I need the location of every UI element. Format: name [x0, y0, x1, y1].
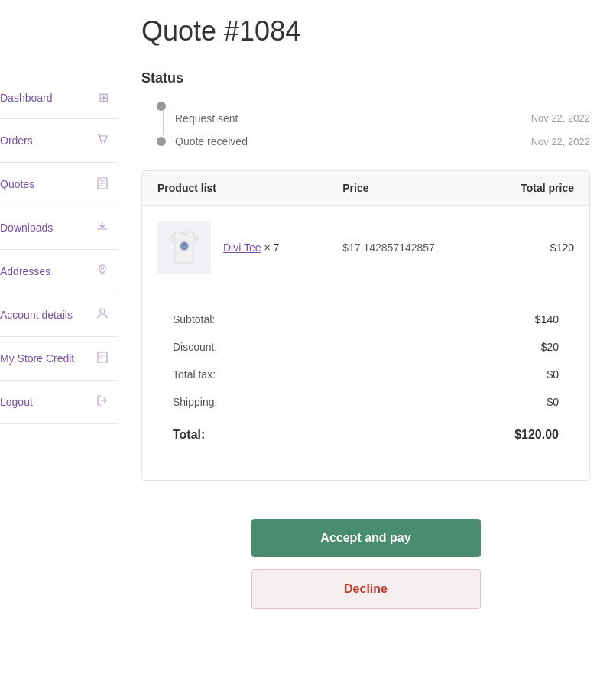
addresses-icon	[96, 264, 109, 279]
product-name-wrapper: Divi Tee × 7	[223, 241, 279, 254]
sidebar-item-label-store-credit: My Store Credit	[0, 352, 74, 365]
table-body: Divi Tee × 7 $17.142857142857 $120 Subto…	[142, 206, 589, 480]
sidebar: Dashboard ⊞ Orders Quotes Downloads Addr…	[0, 0, 118, 700]
sidebar-item-label-account: Account details	[0, 309, 73, 321]
store-credit-icon	[96, 351, 109, 366]
logout-icon	[96, 394, 109, 410]
svg-point-12	[181, 243, 187, 249]
status-heading: Status	[141, 70, 590, 86]
table-row: Divi Tee × 7 $17.142857142857 $120	[157, 221, 574, 290]
quotes-icon	[96, 177, 109, 192]
account-icon	[96, 307, 109, 322]
action-buttons: Accept and pay Decline	[141, 504, 590, 624]
subtotal-label: Subtotal:	[173, 313, 215, 326]
timeline-label-received: Quote received	[175, 135, 248, 147]
totals-tax-row: Total tax: $0	[173, 361, 559, 388]
sidebar-item-store-credit[interactable]: My Store Credit	[0, 337, 118, 381]
accept-and-pay-button[interactable]: Accept and pay	[251, 519, 481, 557]
sidebar-item-label-downloads: Downloads	[0, 222, 53, 234]
timeline-item-request: Request sent Nov 22, 2022	[157, 102, 590, 135]
svg-point-0	[101, 141, 102, 143]
sidebar-item-addresses[interactable]: Addresses	[0, 250, 118, 293]
svg-point-1	[104, 141, 105, 143]
sidebar-item-label-orders: Orders	[0, 134, 33, 147]
product-price: $17.142857142857	[342, 241, 482, 254]
col-header-product: Product list	[157, 182, 342, 194]
downloads-icon	[96, 220, 109, 235]
svg-point-13	[182, 245, 183, 246]
sidebar-item-quotes[interactable]: Quotes	[0, 163, 118, 206]
tax-label: Total tax:	[173, 368, 216, 381]
orders-icon	[96, 133, 109, 148]
timeline-dot-request	[157, 102, 166, 111]
totals-subtotal-row: Subtotal: $140	[173, 306, 559, 333]
main-content: Quote #1084 Status Request sent Nov 22, …	[118, 0, 613, 700]
sidebar-item-account-details[interactable]: Account details	[0, 293, 118, 337]
totals-shipping-row: Shipping: $0	[173, 388, 559, 416]
total-label: Total:	[173, 428, 205, 442]
timeline-connector	[163, 111, 164, 135]
timeline-date-received: Nov 22, 2022	[531, 136, 590, 147]
discount-label: Discount:	[173, 341, 217, 353]
timeline-dot-received	[157, 137, 166, 146]
totals-section: Subtotal: $140 Discount: – $20 Total tax…	[157, 306, 574, 465]
product-name-link[interactable]: Divi Tee	[223, 241, 261, 254]
product-total: $120	[482, 241, 574, 254]
sidebar-item-label-addresses: Addresses	[0, 265, 50, 277]
svg-point-7	[100, 309, 105, 313]
sidebar-item-orders[interactable]: Orders	[0, 119, 118, 163]
page-title: Quote #1084	[141, 15, 590, 47]
totals-discount-row: Discount: – $20	[173, 333, 559, 361]
subtotal-value: $140	[535, 313, 559, 326]
table-header: Product list Price Total price	[142, 171, 589, 206]
col-header-total: Total price	[482, 182, 574, 194]
discount-value: – $20	[532, 341, 559, 353]
totals-grand-total-row: Total: $120.00	[173, 416, 559, 449]
timeline-label-request: Request sent	[175, 112, 238, 125]
shipping-value: $0	[547, 396, 559, 408]
svg-point-14	[185, 245, 186, 246]
svg-point-6	[102, 267, 104, 270]
total-value: $120.00	[514, 428, 559, 442]
dashboard-icon: ⊞	[99, 90, 109, 105]
sidebar-item-label-dashboard: Dashboard	[0, 92, 53, 104]
timeline: Request sent Nov 22, 2022 Quote received…	[141, 102, 590, 147]
timeline-date-request: Nov 22, 2022	[531, 112, 590, 124]
sidebar-item-logout[interactable]: Logout	[0, 381, 118, 424]
product-info: Divi Tee × 7	[157, 221, 342, 274]
timeline-item-received: Quote received Nov 22, 2022	[157, 135, 590, 147]
sidebar-item-downloads[interactable]: Downloads	[0, 206, 118, 250]
sidebar-item-dashboard[interactable]: Dashboard ⊞	[0, 76, 118, 119]
tax-value: $0	[547, 368, 559, 381]
sidebar-item-label-logout: Logout	[0, 396, 33, 408]
shipping-label: Shipping:	[173, 396, 217, 408]
col-header-price: Price	[342, 182, 482, 194]
status-section: Status Request sent Nov 22, 2022	[141, 70, 590, 147]
product-tshirt-svg	[161, 225, 207, 271]
product-table: Product list Price Total price	[141, 170, 590, 481]
product-qty: × 7	[261, 241, 280, 254]
decline-button[interactable]: Decline	[251, 569, 481, 609]
product-image	[157, 221, 211, 274]
sidebar-item-label-quotes: Quotes	[0, 178, 34, 190]
